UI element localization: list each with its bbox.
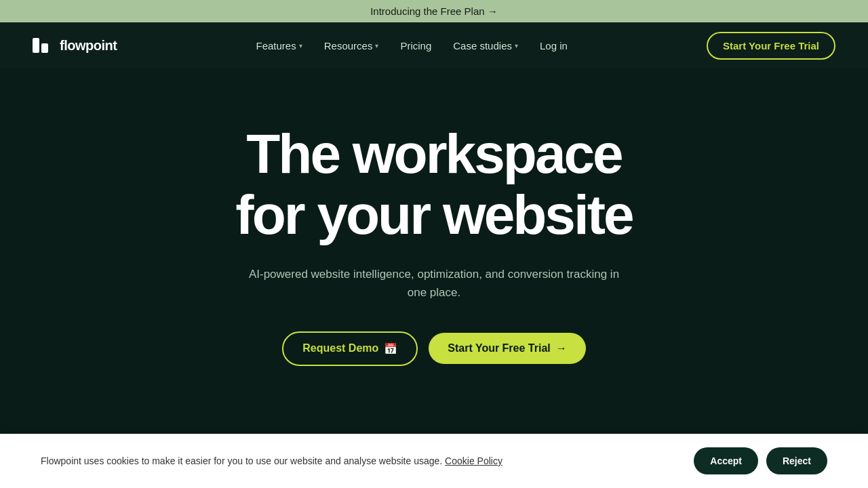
- cookie-text: Flowpoint uses cookies to make it easier…: [41, 455, 672, 466]
- nav-item-pricing[interactable]: Pricing: [400, 40, 431, 52]
- accept-cookies-button[interactable]: Accept: [694, 447, 758, 474]
- nav-links: Features ▾ Resources ▾ Pricing Case stud…: [256, 40, 568, 52]
- logo[interactable]: flowpoint: [33, 38, 117, 54]
- chevron-down-icon: ▾: [375, 42, 378, 49]
- hero-buttons: Request Demo 📅 Start Your Free Trial →: [282, 331, 586, 366]
- chevron-down-icon: ▾: [299, 42, 302, 49]
- nav-item-resources[interactable]: Resources ▾: [324, 40, 379, 52]
- nav-item-features[interactable]: Features ▾: [256, 40, 302, 52]
- calendar-icon: 📅: [384, 342, 397, 355]
- nav-link-case-studies[interactable]: Case studies ▾: [453, 40, 518, 52]
- nav-item-case-studies[interactable]: Case studies ▾: [453, 40, 518, 52]
- nav-link-pricing[interactable]: Pricing: [400, 40, 431, 52]
- main-nav: flowpoint Features ▾ Resources ▾ Pricing…: [0, 22, 868, 68]
- banner-text: Introducing the Free Plan →: [370, 5, 498, 17]
- cookie-policy-link[interactable]: Cookie Policy: [445, 455, 502, 466]
- cookie-banner: Flowpoint uses cookies to make it easier…: [0, 434, 868, 488]
- nav-cta-button[interactable]: Start Your Free Trial: [707, 32, 835, 60]
- logo-text: flowpoint: [60, 38, 117, 54]
- nav-link-features[interactable]: Features ▾: [256, 40, 302, 52]
- cookie-buttons: Accept Reject: [694, 447, 827, 474]
- reject-cookies-button[interactable]: Reject: [766, 447, 827, 474]
- logo-icon: [33, 38, 54, 53]
- start-trial-button[interactable]: Start Your Free Trial →: [429, 333, 585, 364]
- chevron-down-icon: ▾: [515, 42, 518, 49]
- hero-subtext: AI-powered website intelligence, optimiz…: [244, 265, 624, 302]
- announcement-banner: Introducing the Free Plan →: [0, 0, 868, 22]
- nav-link-login[interactable]: Log in: [540, 40, 568, 52]
- arrow-right-icon: →: [556, 342, 567, 354]
- hero-headline: The workspace for your website: [235, 123, 632, 245]
- nav-link-resources[interactable]: Resources ▾: [324, 40, 379, 52]
- hero-section: The workspace for your website AI-powere…: [0, 68, 868, 434]
- request-demo-button[interactable]: Request Demo 📅: [282, 331, 418, 366]
- nav-item-login[interactable]: Log in: [540, 40, 568, 52]
